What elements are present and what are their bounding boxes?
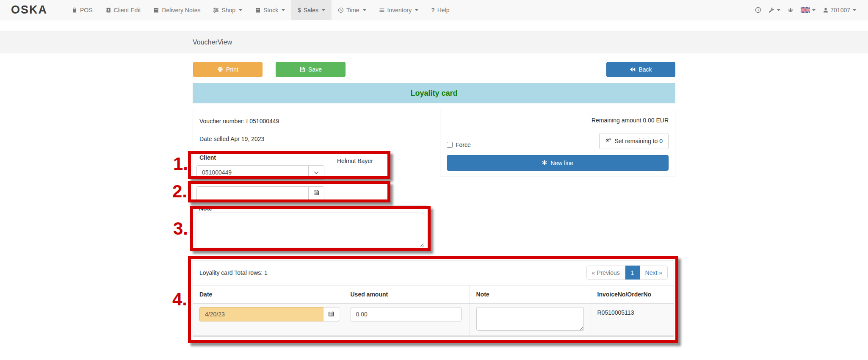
row-date-group [199,307,340,321]
nav-item-client-edit[interactable]: Client Edit [99,0,147,20]
clock-icon [338,7,344,13]
table-header-row: Date Used amount Note InvoiceNo/OrderNo [193,285,674,304]
client-number-input[interactable] [196,165,308,180]
table-title: Loyality card Total rows: 1 [199,269,268,276]
nav-item-stock[interactable]: Stock [249,0,291,20]
loyality-card-title: Loyality card [410,89,457,98]
history-clock-icon[interactable] [755,7,761,13]
table-row: R0510005113 [193,304,674,336]
pagination-previous-button[interactable]: « Previous [586,266,625,280]
pagination: « Previous 1 Next » [586,266,668,280]
box-icon [255,7,261,13]
voucher-date-calendar-button[interactable] [308,186,324,201]
cell-used-amount [344,304,470,336]
cell-note [470,304,591,336]
voucher-details-panel: Voucher number: L051000449 Date selled A… [193,110,427,206]
box-icon [153,7,159,13]
calendar-icon [313,190,319,197]
tools-menu[interactable] [768,7,780,13]
row-date-calendar-button[interactable] [323,307,339,321]
nav-item-pos[interactable]: POS [65,0,99,20]
column-header-date: Date [193,285,344,304]
back-button[interactable]: Back [606,62,675,77]
asterisk-icon [542,160,547,166]
save-button[interactable]: Save [276,62,346,77]
printer-icon [217,66,223,72]
nav-label: POS [80,7,93,14]
loyality-card-table-panel: Loyality card Total rows: 1 « Previous 1… [193,260,674,337]
note-label: Note [199,205,212,212]
nav-label: Stock [263,7,278,14]
nav-item-sales[interactable]: $ Sales [291,0,332,20]
floppy-icon [299,66,305,72]
row-note-textarea[interactable] [476,307,584,331]
nav-label: Shop [221,7,235,14]
client-select-group [196,165,324,180]
wrench-icon [768,7,774,13]
client-label: Client [199,154,216,161]
calendar-icon [328,311,334,318]
navbar-right-tools: 701007 [755,0,856,20]
row-date-input[interactable] [199,307,323,321]
annotation-number-2: 2. [167,183,187,200]
cell-invoice: R0510005113 [591,304,674,336]
caret-down-icon [322,9,325,11]
date-selled-label: Date selled Apr 19, 2023 [199,136,264,142]
chevron-down-icon [314,169,319,176]
force-checkbox-row[interactable]: Force [447,141,471,148]
caret-down-icon [282,9,285,11]
new-line-label: New line [550,160,573,166]
uk-flag-icon [801,7,810,13]
caret-down-icon [363,9,366,11]
note-textarea[interactable] [196,213,424,247]
nav-item-time[interactable]: Time [332,0,373,20]
nav-item-inventory[interactable]: Inventory [373,0,425,20]
set-remaining-to-zero-button[interactable]: Set remaining to 0 [599,133,669,149]
column-header-note: Note [470,285,591,304]
brand-logo[interactable]: OSKA [11,0,47,20]
print-label: Print [226,66,238,73]
voucher-view-screen: OSKA POS Client Edit Delivery Notes [0,0,868,360]
caret-down-icon [812,9,815,11]
row-used-amount-input[interactable] [351,307,462,321]
nav-item-delivery-notes[interactable]: Delivery Notes [147,0,207,20]
voucher-date-group [196,186,324,201]
person-icon [823,7,829,13]
caret-down-icon [853,9,856,11]
user-menu[interactable]: 701007 [823,7,856,14]
remaining-amount-panel: Remaining amount 0.00 EUR Force Set rema… [440,110,675,177]
save-label: Save [308,66,322,73]
pagination-next-button[interactable]: Next » [640,266,668,280]
pagination-page-1-button[interactable]: 1 [625,266,640,280]
loyality-card-table: Date Used amount Note InvoiceNo/OrderNo [193,285,674,336]
client-name-value: Helmut Bayer [337,158,373,164]
page-title-band: VoucherView [0,31,868,53]
fast-backward-icon [630,67,636,72]
nav-item-help[interactable]: ? Help [425,0,456,20]
bug-icon[interactable] [788,7,793,13]
force-checkbox[interactable] [447,142,453,148]
user-id-label: 701007 [830,7,850,14]
new-line-button[interactable]: New line [447,155,669,171]
set-remaining-label: Set remaining to 0 [614,138,663,144]
force-label: Force [456,141,471,148]
annotation-number-1: 1. [168,155,188,173]
nav-label: Inventory [387,7,412,14]
column-header-used-amount: Used amount [344,285,470,304]
client-dropdown-button[interactable] [308,165,324,180]
nav-label: Client Edit [114,7,141,14]
question-icon: ? [431,7,435,14]
top-navbar: OSKA POS Client Edit Delivery Notes [0,0,868,20]
nav-item-shop[interactable]: Shop [207,0,249,20]
row-invoice-value: R0510005113 [597,307,671,316]
list-icon [379,7,385,13]
language-menu[interactable] [801,7,815,13]
remaining-amount-label: Remaining amount 0.00 EUR [592,117,669,124]
nav-label: Sales [304,7,318,14]
voucher-number-label: Voucher number: L051000449 [199,118,279,125]
caret-down-icon [777,9,780,11]
main-menu: POS Client Edit Delivery Notes Shop [65,0,456,20]
sliders-icon [213,7,219,13]
voucher-date-input[interactable] [196,186,308,201]
print-button[interactable]: Print [193,62,263,77]
